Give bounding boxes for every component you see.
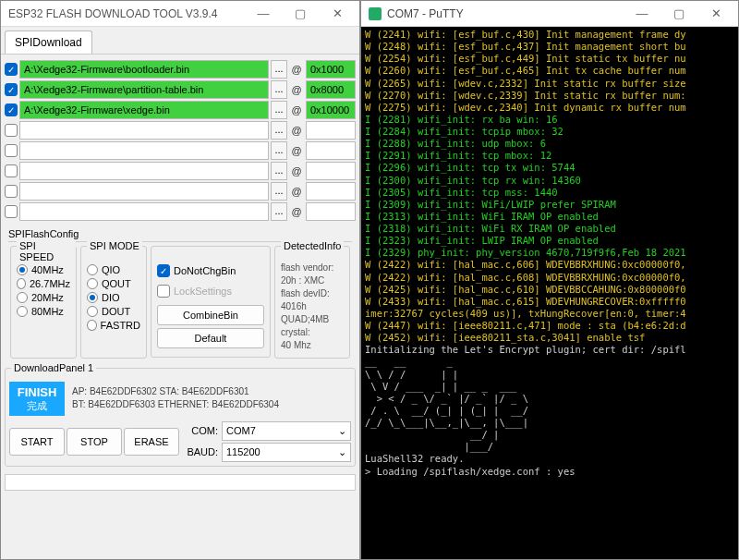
putty-icon [369,7,382,20]
file-path-input[interactable]: A:\Xedge32-Firmware\xedge.bin [19,101,269,119]
flash-tool-window: ESP32 FLASH DOWNLOAD TOOL V3.9.4 ― ▢ ✕ S… [0,0,360,560]
mode-option[interactable]: DOUT [87,306,140,317]
tab-spidownload[interactable]: SPIDownload [5,30,92,54]
spi-speed-group: SPI SPEED 40MHz26.7MHz20MHz80MHz [10,246,77,359]
file-row: ...@ [5,202,356,221]
file-path-input[interactable] [19,182,269,201]
row-checkbox[interactable]: ✓ [5,103,18,116]
close-icon[interactable]: ✕ [697,2,734,26]
file-row: ...@ [5,141,356,160]
address-input[interactable] [306,182,356,201]
address-input[interactable]: 0x8000 [306,80,356,99]
spi-mode-group: SPI MODE QIOQOUTDIODOUTFASTRD [80,246,147,359]
at-symbol: @ [289,165,304,177]
at-symbol: @ [289,145,304,156]
address-input[interactable] [306,141,356,160]
speed-option[interactable]: 26.7MHz [17,278,70,289]
file-path-input[interactable] [19,162,269,180]
baud-select[interactable]: 115200⌄ [222,443,351,462]
at-symbol: @ [289,104,304,116]
erase-button[interactable]: ERASE [124,428,179,456]
flash-title: ESP32 FLASH DOWNLOAD TOOL V3.9.4 [8,7,218,20]
row-checkbox[interactable] [5,164,18,177]
svg-rect-0 [369,7,382,20]
row-checkbox[interactable]: ✓ [5,63,18,76]
speed-option[interactable]: 40MHz [17,264,70,275]
address-input[interactable]: 0x1000 [306,60,356,79]
maximize-icon[interactable]: ▢ [282,2,319,26]
minimize-icon[interactable]: ― [624,2,660,26]
spi-flash-config: SPIFlashConfig SPI SPEED 40MHz26.7MHz20M… [5,228,356,362]
close-icon[interactable]: ✕ [319,2,356,26]
at-symbol: @ [289,125,304,136]
file-path-input[interactable] [19,121,269,140]
putty-titlebar: COM7 - PuTTY ― ▢ ✕ [361,1,738,27]
address-input[interactable] [306,202,356,221]
speed-option[interactable]: 20MHz [17,292,70,303]
speed-option[interactable]: 80MHz [17,306,70,317]
putty-window: COM7 - PuTTY ― ▢ ✕ W (2241) wifi: [esf_b… [360,0,739,560]
mode-option[interactable]: QIO [87,264,140,275]
file-row: ✓A:\Xedge32-Firmware\xedge.bin...@0x1000… [5,101,356,119]
row-checkbox[interactable] [5,205,18,218]
file-row: ...@ [5,182,356,201]
at-symbol: @ [289,186,304,197]
default-button[interactable]: Default [157,328,264,348]
locksettings-checkbox: LockSettings [157,285,264,298]
chevron-down-icon: ⌄ [338,446,346,458]
browse-button[interactable]: ... [271,101,287,119]
chevron-down-icon: ⌄ [338,425,346,437]
browse-button[interactable]: ... [271,162,287,180]
file-path-input[interactable] [19,202,269,221]
at-symbol: @ [289,84,304,95]
combinebin-button[interactable]: CombineBin [157,305,264,325]
address-input[interactable]: 0x10000 [306,101,356,119]
row-checkbox[interactable] [5,124,18,137]
minimize-icon[interactable]: ― [245,2,282,26]
stop-button[interactable]: STOP [67,428,122,456]
terminal-output[interactable]: W (2241) wifi: [esf_buf.c,430] Init mana… [361,27,738,559]
finish-badge: FINISH 完成 [9,382,65,416]
at-symbol: @ [289,206,304,217]
file-row: ...@ [5,121,356,140]
address-input[interactable] [306,121,356,140]
file-row: ✓A:\Xedge32-Firmware\partition-table.bin… [5,80,356,99]
browse-button[interactable]: ... [271,60,287,79]
donotchg-checkbox[interactable]: ✓DoNotChgBin [157,264,264,277]
start-button[interactable]: START [9,428,65,456]
address-input[interactable] [306,162,356,180]
putty-title: COM7 - PuTTY [387,7,464,20]
mode-option[interactable]: QOUT [87,278,140,289]
mode-option[interactable]: DIO [87,292,140,303]
mode-option[interactable]: FASTRD [87,320,140,331]
download-panel: DownloadPanel 1 FINISH 完成 AP: B4E62DDF63… [5,368,356,467]
file-path-input[interactable]: A:\Xedge32-Firmware\partition-table.bin [19,80,269,99]
flash-titlebar: ESP32 FLASH DOWNLOAD TOOL V3.9.4 ― ▢ ✕ [1,1,359,27]
row-checkbox[interactable] [5,185,18,198]
browse-button[interactable]: ... [271,182,287,201]
row-checkbox[interactable] [5,144,18,157]
file-path-input[interactable]: A:\Xedge32-Firmware\bootloader.bin [19,60,269,79]
browse-button[interactable]: ... [271,202,287,221]
file-path-input[interactable] [19,141,269,160]
file-rows: ✓A:\Xedge32-Firmware\bootloader.bin...@0… [1,55,359,226]
options-group: ✓DoNotChgBin LockSettings CombineBin Def… [151,246,271,358]
progress-bar [5,474,356,491]
browse-button[interactable]: ... [271,121,287,140]
maximize-icon[interactable]: ▢ [660,2,697,26]
browse-button[interactable]: ... [271,141,287,160]
file-row: ...@ [5,162,356,180]
detected-info-group: DetectedInfo flash vendor:20h : XMCflash… [274,246,350,359]
mac-info: AP: B4E62DDF6302 STA: B4E62DDF6301 BT: B… [68,383,351,413]
browse-button[interactable]: ... [271,80,287,99]
at-symbol: @ [289,64,304,75]
file-row: ✓A:\Xedge32-Firmware\bootloader.bin...@0… [5,60,356,79]
row-checkbox[interactable]: ✓ [5,83,18,96]
com-select[interactable]: COM7⌄ [222,421,351,441]
tab-strip: SPIDownload [1,27,359,55]
